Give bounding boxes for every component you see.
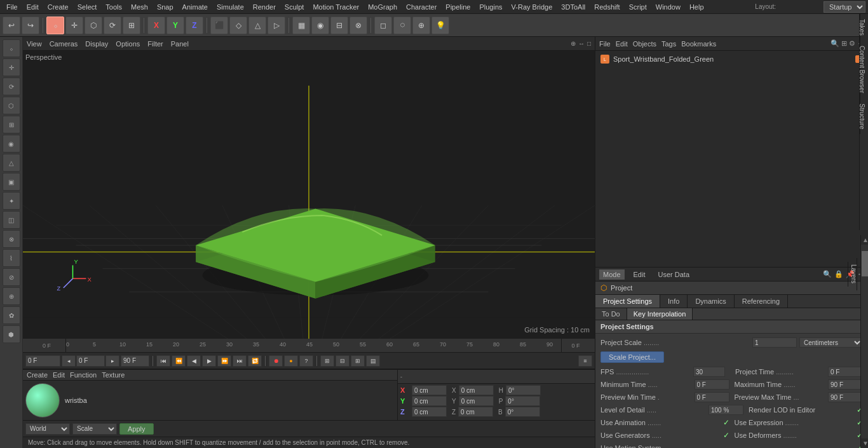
size-y-input[interactable]	[459, 396, 494, 406]
b-input[interactable]	[505, 407, 540, 417]
left-tool-15[interactable]: ✿	[3, 306, 20, 324]
preview-max-input[interactable]	[828, 392, 863, 402]
render-region-btn[interactable]: ▦	[292, 17, 310, 34]
menu-mograph[interactable]: MoGraph	[364, 2, 401, 12]
menu-simulate[interactable]: Simulate	[213, 2, 248, 12]
max-time-input[interactable]	[828, 379, 863, 390]
mat-create-btn[interactable]: Create	[27, 371, 48, 379]
tab-project-settings[interactable]: Project Settings	[595, 295, 660, 308]
point-tool-btn[interactable]: ▷	[268, 17, 285, 34]
fcurve-btn[interactable]: ≡	[578, 355, 592, 367]
pos-z-input[interactable]	[412, 407, 447, 417]
tab-dynamics[interactable]: Dynamics	[688, 295, 734, 308]
menu-snap[interactable]: Snap	[153, 2, 177, 12]
dope-sheet-btn[interactable]: ▤	[366, 355, 380, 367]
left-tool-1[interactable]: ⬦	[3, 39, 20, 57]
menu-motion-tracker[interactable]: Motion Tracker	[309, 2, 363, 12]
left-tool-8[interactable]: ▣	[3, 173, 20, 191]
menu-edit[interactable]: Edit	[23, 2, 43, 12]
menu-script[interactable]: Script	[625, 2, 651, 12]
scroll-thumb[interactable]	[862, 268, 868, 276]
record-btn[interactable]: ⏺	[269, 355, 283, 367]
attr-lock-icon[interactable]: 🔒	[834, 270, 843, 278]
left-tool-4[interactable]: ⬡	[3, 97, 20, 114]
undo-btn[interactable]: ↩	[3, 17, 20, 34]
floor-btn[interactable]: ⊕	[412, 17, 430, 34]
layers-tab[interactable]: Layers	[848, 268, 859, 287]
om-tags-btn[interactable]: Tags	[661, 40, 676, 48]
pos-x-input[interactable]	[412, 385, 447, 395]
mat-texture-btn[interactable]: Texture	[102, 371, 125, 379]
move-tool-btn[interactable]: ✛	[65, 17, 83, 34]
timeline-preview-end[interactable]	[121, 355, 149, 367]
timeline-preview-start[interactable]	[76, 355, 105, 367]
preview-min-input[interactable]	[695, 392, 729, 402]
cube-tool-btn[interactable]: ⬛	[210, 17, 228, 34]
left-tool-10[interactable]: ◫	[3, 211, 20, 229]
menu-tools[interactable]: Tools	[102, 2, 126, 12]
frame-plus-btn[interactable]: ▸	[105, 355, 119, 367]
menu-mesh[interactable]: Mesh	[127, 2, 152, 12]
om-filter-icon[interactable]: ⊞	[841, 39, 847, 48]
viewport-view-menu[interactable]: View	[27, 40, 42, 48]
subtab-key-interpolation[interactable]: Key Interpolation	[627, 308, 693, 320]
axis-z-btn[interactable]: Z	[186, 17, 203, 34]
scale-tool-btn[interactable]: ⬡	[85, 17, 102, 34]
material-preview-ball[interactable]	[25, 383, 60, 417]
object-item-wristband[interactable]: L Sport_Wristband_Folded_Green	[598, 53, 865, 65]
left-tool-11[interactable]: ⊗	[3, 230, 20, 248]
menu-character[interactable]: Character	[402, 2, 440, 12]
motion-system-btn[interactable]: ⊟	[336, 355, 349, 367]
viewport-panel-menu[interactable]: Panel	[171, 40, 189, 48]
om-bookmarks-btn[interactable]: Bookmarks	[681, 40, 716, 48]
camera-btn[interactable]: ◻	[374, 17, 392, 34]
content-browser-tab[interactable]: Content Browser	[860, 41, 868, 98]
mat-function-btn[interactable]: Function	[70, 371, 97, 379]
menu-create[interactable]: Create	[44, 2, 72, 12]
attr-userdata-btn[interactable]: User Data	[654, 269, 694, 280]
menu-sculpt[interactable]: Sculpt	[281, 2, 308, 12]
viewport[interactable]: View Cameras Display Options Filter Pane…	[23, 37, 595, 339]
om-edit-btn[interactable]: Edit	[616, 40, 628, 48]
axis-x-btn[interactable]: X	[147, 17, 165, 34]
left-tool-2[interactable]: ✛	[3, 58, 20, 76]
world-select[interactable]: World	[25, 423, 70, 435]
mat-edit-btn[interactable]: Edit	[53, 371, 65, 379]
auto-key-btn[interactable]: ●	[284, 355, 298, 367]
menu-3dtoall[interactable]: 3DToAll	[557, 2, 589, 12]
viewport-cameras-menu[interactable]: Cameras	[50, 40, 78, 48]
menu-help[interactable]: Help	[686, 2, 708, 12]
pos-y-input[interactable]	[412, 396, 447, 406]
menu-render[interactable]: Render	[249, 2, 280, 12]
menu-select[interactable]: Select	[74, 2, 101, 12]
menu-plugins[interactable]: Plugins	[475, 2, 506, 12]
play-back-btn[interactable]: ◀	[187, 355, 201, 367]
attr-mode-btn[interactable]: Mode	[599, 269, 625, 280]
use-animation-checkbox[interactable]: ✓	[723, 418, 729, 427]
size-z-input[interactable]	[458, 407, 493, 417]
use-generators-checkbox[interactable]: ✓	[723, 431, 729, 440]
left-tool-6[interactable]: ◉	[3, 135, 20, 153]
render-settings-btn[interactable]: ⊗	[349, 17, 367, 34]
redo-btn[interactable]: ↪	[22, 17, 39, 34]
project-scale-unit-select[interactable]: Centimeters	[799, 337, 863, 348]
render-to-pic-btn[interactable]: ⊟	[330, 17, 348, 34]
axis-y-btn[interactable]: Y	[166, 17, 184, 34]
left-tool-13[interactable]: ⊘	[3, 268, 20, 286]
frame-minus-btn[interactable]: ◂	[62, 355, 76, 367]
menu-vray[interactable]: V-Ray Bridge	[508, 2, 557, 12]
menu-animate[interactable]: Animate	[179, 2, 212, 12]
menu-pipeline[interactable]: Pipeline	[442, 2, 474, 12]
lod-input[interactable]	[709, 405, 743, 415]
project-scale-input[interactable]	[752, 337, 797, 348]
left-tool-12[interactable]: ⌇	[3, 249, 20, 267]
sky-btn[interactable]: 💡	[431, 17, 449, 34]
attr-scrollbar[interactable]: ▲ ▼	[860, 268, 868, 448]
size-x-input[interactable]	[459, 385, 494, 395]
viewport-icon-2[interactable]: ↔	[578, 40, 585, 47]
apply-button[interactable]: Apply	[119, 423, 154, 435]
left-tool-5[interactable]: ⊞	[3, 116, 20, 133]
om-search-icon[interactable]: 🔍	[831, 39, 839, 48]
timeline-extra-btn[interactable]: ⊞	[351, 355, 365, 367]
p-input[interactable]	[505, 396, 540, 406]
